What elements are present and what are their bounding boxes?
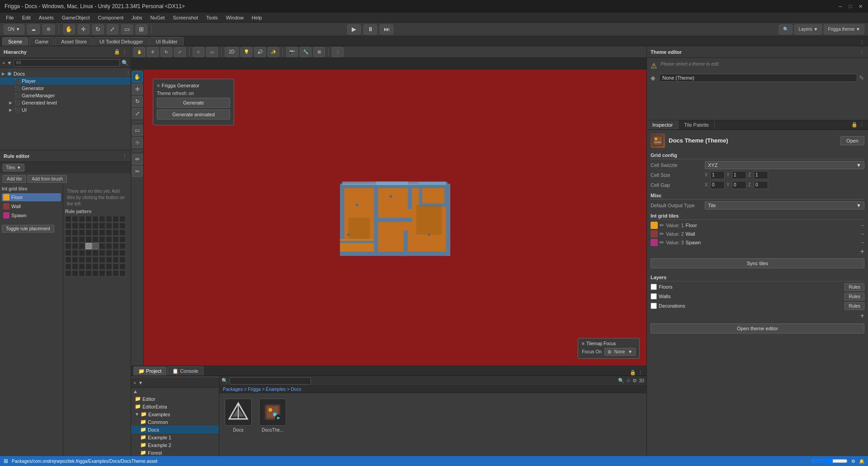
rule-cell-4-8[interactable]	[119, 243, 126, 249]
layer-rules-walls-button[interactable]: Rules	[844, 293, 864, 300]
scene-move-vert-tool[interactable]: ✛	[132, 84, 143, 95]
rule-cell-2-1[interactable]	[72, 229, 78, 236]
tab-project[interactable]: 📁 Project	[133, 366, 166, 376]
rule-cell-3-8[interactable]	[119, 236, 126, 243]
rule-cell-5-0[interactable]	[65, 250, 71, 256]
focus-dropdown[interactable]: ⊞ None ▼	[604, 348, 636, 356]
rule-cell-3-4[interactable]	[92, 236, 99, 243]
rule-cell-3-5[interactable]	[99, 236, 105, 243]
rule-cell-8-0[interactable]	[65, 270, 71, 276]
rule-cell-3-6[interactable]	[106, 236, 112, 243]
rule-cell-5-7[interactable]	[113, 250, 119, 256]
rule-cell-0-2[interactable]	[79, 216, 85, 222]
rule-cell-0-7[interactable]	[113, 216, 119, 222]
sync-tiles-button[interactable]: Sync tiles	[651, 258, 864, 268]
project-dropdown[interactable]: ▼	[138, 380, 143, 385]
rule-cell-7-0[interactable]	[65, 263, 71, 270]
layer-rules-floors-button[interactable]: Rules	[844, 283, 864, 291]
cell-size-y-field[interactable]	[732, 171, 746, 179]
menu-screenshot[interactable]: Screenshot	[169, 14, 202, 21]
cloud-button[interactable]: ☁	[27, 24, 40, 34]
rule-cell-5-1[interactable]	[72, 250, 78, 256]
scene-rotate-vert-tool[interactable]: ↻	[132, 96, 143, 107]
docs-more-icon[interactable]: ⋮	[126, 71, 131, 76]
project-item-editor[interactable]: 📁 Editor	[131, 395, 219, 403]
int-tile-spawn-remove[interactable]: −	[861, 239, 864, 246]
tab-inspector[interactable]: Inspector	[647, 120, 679, 129]
rule-cell-5-8[interactable]	[119, 250, 126, 256]
status-icon-1[interactable]: ⚙	[851, 459, 855, 464]
rule-cell-8-8[interactable]	[119, 270, 126, 276]
rule-cell-4-5[interactable]	[99, 243, 105, 249]
rule-cell-6-4[interactable]	[92, 257, 99, 263]
status-zoom-slider[interactable]	[811, 457, 848, 465]
tab-bar-more[interactable]: ⋮	[859, 40, 864, 46]
rule-cell-8-2[interactable]	[79, 270, 85, 276]
int-tile-add-icon[interactable]: +	[651, 247, 864, 256]
layer-rules-decorations-button[interactable]: Rules	[844, 302, 864, 310]
project-favorite-icon[interactable]: ☆	[626, 378, 631, 384]
hierarchy-add-button[interactable]: +	[2, 60, 5, 66]
rule-cell-6-6[interactable]	[106, 257, 112, 263]
status-nav-icon[interactable]: ⊞	[4, 458, 8, 464]
rule-cell-4-7[interactable]	[113, 243, 119, 249]
cell-size-z-field[interactable]	[754, 171, 768, 179]
layers-button[interactable]: Layers ▼	[794, 24, 822, 34]
project-add-button[interactable]: +	[133, 380, 136, 385]
int-tile-wall-remove[interactable]: −	[861, 230, 864, 238]
rule-cell-1-7[interactable]	[113, 223, 119, 229]
project-filter-icon[interactable]: 🔍	[618, 378, 624, 384]
scene-tool-5[interactable]: ⊹	[193, 47, 204, 57]
rule-cell-7-6[interactable]	[106, 263, 112, 270]
rule-cell-6-3[interactable]	[85, 257, 92, 263]
project-item-forest[interactable]: 📁 Forest	[131, 449, 219, 456]
rule-cell-2-7[interactable]	[113, 229, 119, 236]
step-button[interactable]: ⏭	[380, 24, 393, 34]
rule-cell-5-4[interactable]	[92, 250, 99, 256]
rule-cell-5-2[interactable]	[79, 250, 85, 256]
hierarchy-more-icon[interactable]: ⋮	[122, 49, 127, 55]
theme-editor-more-icon[interactable]: ⋮	[859, 49, 864, 55]
move-tool[interactable]: ✛	[78, 24, 90, 34]
hierarchy-lock-icon[interactable]: 🔒	[114, 49, 120, 55]
rule-cell-7-7[interactable]	[113, 263, 119, 270]
rule-cell-1-2[interactable]	[79, 223, 85, 229]
rule-cell-4-1[interactable]	[72, 243, 78, 249]
asset-item-docs[interactable]: Docs	[223, 397, 254, 434]
scene-light-button[interactable]: 💡	[241, 47, 252, 57]
rule-cell-7-1[interactable]	[72, 263, 78, 270]
minimize-button[interactable]: ─	[837, 3, 844, 10]
rule-cell-0-8[interactable]	[119, 216, 126, 222]
menu-tools[interactable]: Tools	[203, 14, 222, 21]
rule-cell-8-7[interactable]	[113, 270, 119, 276]
rule-cell-3-3[interactable]	[85, 236, 92, 243]
tab-asset-store[interactable]: Asset Store	[55, 37, 93, 46]
menu-jobs[interactable]: Jobs	[128, 14, 146, 21]
menu-component[interactable]: Component	[94, 14, 127, 21]
tab-ui-toolkit-debugger[interactable]: UI Toolkit Debugger	[94, 37, 149, 46]
scene-canvas-area[interactable]: ≡ Frigga Generator Theme refresh: on Gen…	[144, 70, 646, 366]
rule-cell-6-8[interactable]	[119, 257, 126, 263]
hierarchy-search-icon[interactable]: 🔍	[122, 60, 128, 66]
rule-cell-6-1[interactable]	[72, 257, 78, 263]
rule-cell-4-6[interactable]	[106, 243, 112, 249]
rule-cell-1-6[interactable]	[106, 223, 112, 229]
theme-edit-icon[interactable]: ✎	[859, 74, 864, 81]
project-item-example2[interactable]: 📁 Example 2	[131, 441, 219, 449]
rule-cell-8-3[interactable]	[85, 270, 92, 276]
inspector-open-button[interactable]: Open	[840, 136, 864, 145]
project-item-examples[interactable]: ▼ 📁 Examples	[131, 410, 219, 418]
menu-window[interactable]: Window	[222, 14, 247, 21]
scene-paint-tool[interactable]: ✏	[132, 154, 143, 165]
scene-tool-1[interactable]: ✋	[133, 47, 145, 57]
project-item-docs[interactable]: 📁 Docs	[131, 426, 219, 433]
int-tile-wall-brush[interactable]: ✏	[660, 231, 664, 237]
rule-cell-4-0[interactable]	[65, 243, 71, 249]
transform-tool[interactable]: ⊞	[136, 24, 147, 34]
rule-cell-0-4[interactable]	[92, 216, 99, 222]
rule-cell-2-6[interactable]	[106, 229, 112, 236]
cell-gap-z-field[interactable]	[754, 181, 768, 189]
project-item-common[interactable]: 📁 Common	[131, 418, 219, 426]
hierarchy-dropdown[interactable]: ▼	[7, 60, 12, 66]
project-gear-icon[interactable]: ⚙	[632, 378, 637, 384]
